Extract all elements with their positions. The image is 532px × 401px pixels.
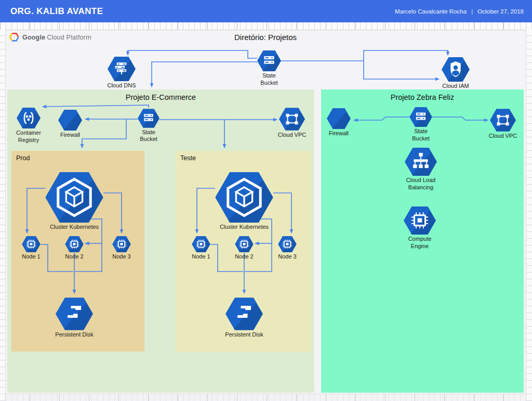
- node-cloud-dns[interactable]: Cloud DNS: [108, 57, 136, 89]
- edge-iam-junction-to-cloud-iam-top: [364, 50, 448, 61]
- chip-icon: [65, 236, 84, 252]
- chip-icon: [404, 206, 436, 235]
- iam-icon: [442, 57, 470, 82]
- gcp-logo-rest: Cloud Platform: [47, 34, 91, 41]
- node-cluster-kubernetes-prod[interactable]: Cluster Kubernetes: [45, 172, 103, 231]
- registry-icon: [17, 108, 41, 128]
- node-node-2-prod[interactable]: Node 2: [65, 236, 84, 261]
- node-persistent-disk-prod[interactable]: Persistent Disk: [56, 297, 93, 339]
- dns-icon: [108, 57, 136, 81]
- chip-icon: [192, 236, 210, 252]
- edge-state-bucket-top-to-cloud-dns: [128, 50, 257, 58]
- chip-icon: [22, 236, 41, 252]
- grid-band-left: [0, 30, 6, 401]
- node-cloud-load-balancing[interactable]: Cloud Load Balancing: [405, 148, 437, 191]
- bucket-icon: [138, 109, 159, 128]
- org-title: ORG. KALIB AVANTE: [10, 6, 103, 17]
- grid-band-right: [526, 30, 532, 401]
- title-bar: ORG. KALIB AVANTE Marcelo Cavalcante Roc…: [0, 0, 532, 22]
- node-label-cluster-kubernetes-teste: Cluster Kubernetes: [193, 224, 295, 231]
- node-node-3-teste[interactable]: Node 3: [278, 236, 297, 261]
- node-label-persistent-disk-prod: Persistent Disk: [34, 331, 115, 339]
- node-label-cluster-kubernetes-prod: Cluster Kubernetes: [23, 224, 125, 231]
- panel-title-ecommerce: Projeto E-Commerce: [7, 93, 314, 101]
- disk-icon: [225, 297, 263, 330]
- node-label-node-3-teste: Node 3: [255, 253, 320, 261]
- gcp-logo-google: Google: [22, 34, 45, 41]
- canvas: ORG. KALIB AVANTE Marcelo Cavalcante Roc…: [0, 0, 532, 401]
- node-cloud-iam[interactable]: Cloud IAM: [442, 57, 470, 90]
- disk-icon: [56, 297, 93, 330]
- load-balancer-icon: [405, 148, 437, 176]
- gcp-hexagon-icon: [9, 33, 19, 42]
- node-state-bucket-ecommerce[interactable]: State Bucket: [138, 109, 159, 144]
- author-name: Marcelo Cavalcante Rocha: [395, 8, 467, 15]
- header-meta: Marcelo Cavalcante Rocha | October 27, 2…: [395, 8, 524, 15]
- edge-iam-junction-to-cloud-iam-left: [364, 61, 439, 79]
- node-compute-engine[interactable]: Compute Engine: [404, 206, 436, 250]
- node-node-2-teste[interactable]: Node 2: [235, 236, 254, 261]
- node-label-cloud-load-balancing: Cloud Load Balancing: [383, 177, 459, 191]
- node-label-firewall-ecommerce: Firewall: [36, 132, 104, 139]
- plain-hexagon: [327, 108, 351, 129]
- node-node-3-prod[interactable]: Node 3: [112, 236, 131, 261]
- chip-icon: [112, 236, 131, 252]
- node-cloud-vpc-zebra[interactable]: Cloud VPC: [490, 109, 516, 140]
- plain-hexagon: [58, 110, 82, 131]
- node-cluster-kubernetes-teste[interactable]: Cluster Kubernetes: [215, 172, 273, 231]
- panel-title-zebra: Projeto Zebra Feliz: [321, 93, 524, 101]
- bucket-icon: [257, 50, 281, 71]
- node-label-state-bucket-zebra: State Bucket: [388, 128, 454, 143]
- date: October 27, 2018: [477, 8, 524, 15]
- gcp-logo-text: GoogleCloud Platform: [22, 34, 91, 41]
- vpc-icon: [279, 108, 305, 131]
- node-label-state-bucket-ecommerce: State Bucket: [116, 129, 181, 144]
- node-cloud-vpc-ecommerce[interactable]: Cloud VPC: [279, 108, 305, 139]
- node-label-state-bucket-top: State Bucket: [235, 72, 303, 87]
- panel-title-teste: Teste: [180, 154, 196, 162]
- chip-icon: [278, 236, 297, 252]
- grid-band-bottom: [0, 394, 532, 401]
- separator: |: [471, 8, 473, 15]
- kubernetes-icon: [45, 172, 103, 223]
- chip-icon: [235, 236, 254, 252]
- node-state-bucket-top[interactable]: State Bucket: [257, 50, 281, 87]
- node-label-persistent-disk-teste: Persistent Disk: [204, 331, 285, 339]
- bucket-icon: [409, 107, 432, 127]
- node-node-1-teste[interactable]: Node 1: [192, 236, 210, 261]
- diagram-title: Diretório: Projetos: [234, 33, 297, 42]
- node-firewall-zebra[interactable]: Firewall: [327, 108, 351, 137]
- grid-band-top: [0, 22, 532, 30]
- node-label-compute-engine: Compute Engine: [382, 236, 458, 250]
- node-label-cloud-iam: Cloud IAM: [420, 83, 491, 90]
- node-label-node-3-prod: Node 3: [89, 253, 154, 261]
- node-persistent-disk-teste[interactable]: Persistent Disk: [225, 297, 263, 339]
- kubernetes-icon: [215, 172, 273, 223]
- node-label-cloud-vpc-zebra: Cloud VPC: [468, 133, 532, 140]
- node-state-bucket-zebra[interactable]: State Bucket: [409, 107, 432, 143]
- node-firewall-ecommerce[interactable]: Firewall: [58, 110, 82, 139]
- panel-title-prod: Prod: [16, 154, 30, 162]
- vpc-icon: [490, 109, 516, 132]
- node-label-cloud-dns: Cloud DNS: [86, 82, 157, 89]
- node-label-firewall-zebra: Firewall: [305, 130, 373, 137]
- google-cloud-platform-logo: GoogleCloud Platform: [9, 33, 91, 42]
- node-node-1-prod[interactable]: Node 1: [22, 236, 41, 261]
